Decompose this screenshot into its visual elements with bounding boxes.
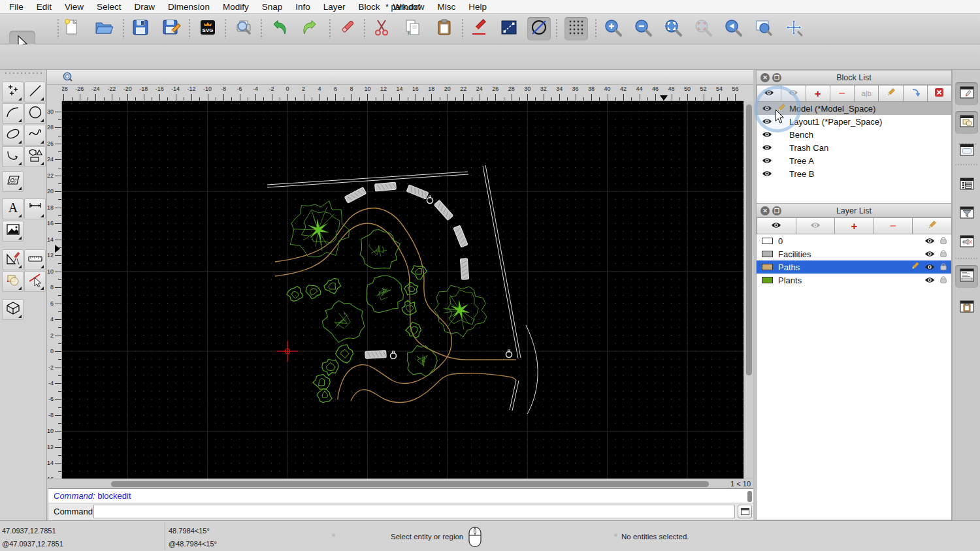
print-preview-button[interactable] (232, 17, 255, 40)
dock-selection-filter-button[interactable] (955, 202, 978, 225)
layer-color-swatch[interactable] (762, 277, 773, 283)
tool-modify-button[interactable] (2, 271, 24, 292)
tool-ellipse-button[interactable] (2, 125, 24, 146)
block-row-tree[interactable]: Tree B (757, 167, 951, 180)
block-visibility-eye-icon[interactable] (762, 157, 772, 164)
pan-button[interactable] (782, 17, 806, 40)
show-all-layers-button[interactable] (757, 217, 796, 234)
tool-draw-tools-button[interactable] (2, 249, 24, 270)
dock-property-editor-button[interactable] (955, 82, 978, 105)
block-row-tree[interactable]: Tree A (757, 154, 951, 167)
block-row-bench[interactable]: Bench (757, 128, 951, 141)
dock-widget-panel-button[interactable] (955, 231, 978, 254)
restrict-off-button[interactable] (527, 17, 551, 40)
tool-polyline-button[interactable] (2, 146, 24, 167)
redo-button[interactable] (299, 17, 322, 40)
svg-export-button[interactable]: SVG (196, 17, 220, 40)
tool-spline-button[interactable] (24, 125, 46, 146)
auto-zoom-button[interactable] (661, 17, 685, 40)
tool-measure-button[interactable] (24, 249, 46, 270)
layer-lock-icon[interactable] (939, 275, 947, 286)
command-panel-toggle-button[interactable] (738, 505, 752, 518)
edit-block-button[interactable] (878, 85, 903, 102)
edit-layer-button[interactable] (912, 217, 952, 234)
menu-file[interactable]: File (3, 2, 30, 12)
layer-row-plants[interactable]: Plants (757, 274, 951, 287)
layer-lock-icon[interactable] (939, 236, 947, 247)
tool-point-button[interactable] (2, 82, 24, 102)
tool-solid-button[interactable] (2, 299, 24, 320)
layer-row-0[interactable]: 0 (757, 234, 951, 247)
tool-snap-button[interactable] (24, 271, 46, 292)
hide-all-layers-button[interactable] (796, 217, 836, 234)
palette-drag-handle[interactable] (4, 72, 43, 74)
tool-text-button[interactable]: A (2, 198, 24, 219)
block-visibility-eye-icon[interactable] (762, 170, 772, 177)
zoom-window-button[interactable] (752, 17, 776, 40)
menu-edit[interactable]: Edit (30, 2, 58, 12)
block-visibility-eye-icon[interactable] (762, 131, 772, 138)
tool-circle-button[interactable] (24, 103, 46, 124)
save-button[interactable] (129, 17, 152, 40)
property-pen-button[interactable] (467, 17, 491, 40)
dock-library-browser-button[interactable] (955, 140, 978, 163)
grid-button[interactable] (564, 17, 588, 40)
save-as-button[interactable] (159, 17, 183, 40)
layer-visibility-eye-icon[interactable] (924, 236, 935, 246)
insert-block-button[interactable] (903, 85, 928, 102)
command-history-scrollbar[interactable] (747, 491, 752, 502)
dock-clipboard-panel-button[interactable] (955, 296, 978, 319)
add-block-button[interactable]: + (806, 85, 830, 102)
tool-arc-button[interactable] (2, 103, 24, 124)
block-visibility-eye-icon[interactable] (762, 144, 772, 151)
layer-color-swatch[interactable] (762, 251, 773, 257)
layer-color-swatch[interactable] (762, 264, 773, 270)
copy-button[interactable]: + (401, 17, 425, 40)
open-button[interactable] (92, 17, 116, 40)
hide-all-blocks-button[interactable] (781, 85, 806, 102)
add-layer-button[interactable]: + (834, 217, 874, 234)
layer-row-paths[interactable]: Paths (757, 260, 951, 274)
tool-shape-button[interactable] (24, 146, 46, 167)
rename-block-button[interactable]: a|b (854, 85, 879, 102)
zoom-in-button[interactable] (601, 17, 625, 40)
layer-lock-icon[interactable] (939, 262, 947, 273)
scale-button[interactable] (497, 17, 521, 40)
layer-row-facilities[interactable]: Facilities (757, 247, 951, 260)
block-visibility-eye-icon[interactable] (762, 105, 772, 112)
remove-layer-button[interactable]: − (874, 217, 913, 234)
show-all-blocks-button[interactable] (757, 85, 781, 102)
block-row-layout1[interactable]: Layout1 (*Paper_Space) (757, 115, 951, 128)
purge-block-button[interactable] (927, 85, 952, 102)
dock-block-list-panel-button[interactable] (955, 111, 978, 134)
canvas-horizontal-scrollbar[interactable]: 1 < 10 (47, 479, 753, 488)
layer-visibility-eye-icon[interactable] (924, 249, 935, 259)
dock-command-panel-button[interactable] (955, 265, 978, 288)
delete-button[interactable] (335, 17, 359, 40)
zoom-selection-button[interactable] (691, 17, 715, 40)
hscroll-thumb[interactable] (111, 481, 709, 487)
block-row-trash[interactable]: Trash Can (757, 141, 951, 154)
zoom-out-button[interactable] (631, 17, 655, 40)
cut-button[interactable] (370, 17, 393, 40)
block-visibility-eye-icon[interactable] (762, 118, 772, 125)
tool-line-button[interactable] (24, 82, 46, 102)
canvas-vertical-scrollbar[interactable] (743, 101, 753, 479)
block-row-model[interactable]: Model (*Model_Space) (757, 102, 951, 115)
layer-color-swatch[interactable] (762, 238, 773, 244)
command-input[interactable] (93, 505, 735, 518)
drawing-canvas[interactable] (62, 101, 743, 479)
vscroll-thumb[interactable] (746, 104, 752, 375)
previous-view-button[interactable] (721, 17, 745, 40)
undo-button[interactable] (267, 17, 291, 40)
tool-dimension-button[interactable] (24, 198, 46, 219)
layer-visibility-eye-icon[interactable] (924, 276, 935, 285)
tool-image-button[interactable] (2, 221, 24, 242)
layer-visibility-eye-icon[interactable] (924, 262, 935, 272)
remove-block-button[interactable]: − (830, 85, 855, 102)
layer-lock-icon[interactable] (939, 249, 947, 260)
paste-button[interactable] (433, 17, 456, 40)
tool-hatch-button[interactable] (2, 171, 24, 192)
new-button[interactable] (60, 17, 84, 40)
dock-list-panel-button[interactable] (955, 174, 978, 197)
